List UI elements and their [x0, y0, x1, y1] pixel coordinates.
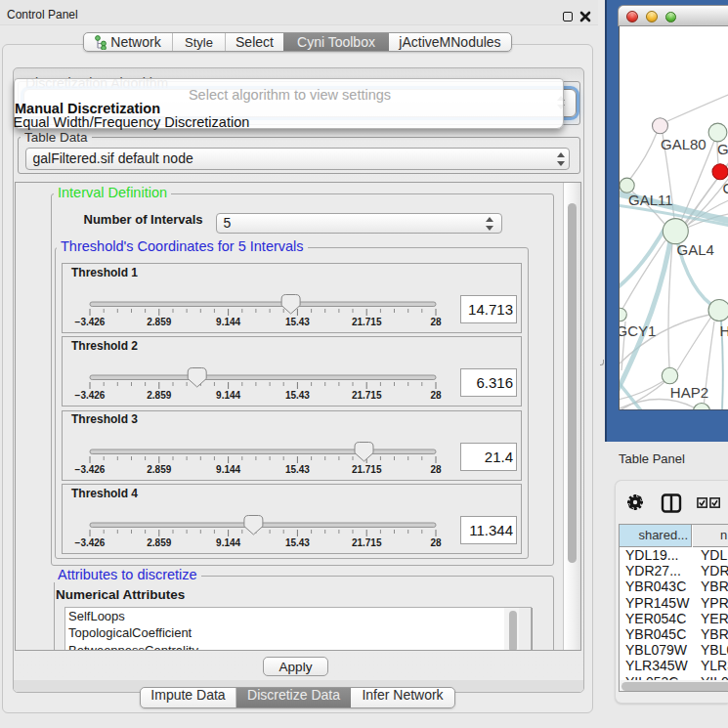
svg-text:C: C: [723, 180, 728, 196]
svg-text:G: G: [717, 141, 728, 157]
svg-text:GAL80: GAL80: [661, 136, 707, 152]
svg-text:GCY1: GCY1: [620, 322, 656, 339]
svg-text:H: H: [720, 322, 728, 339]
svg-text:GAL11: GAL11: [628, 192, 673, 208]
svg-text:HAP2: HAP2: [670, 384, 708, 401]
svg-text:GAL4: GAL4: [677, 241, 714, 258]
